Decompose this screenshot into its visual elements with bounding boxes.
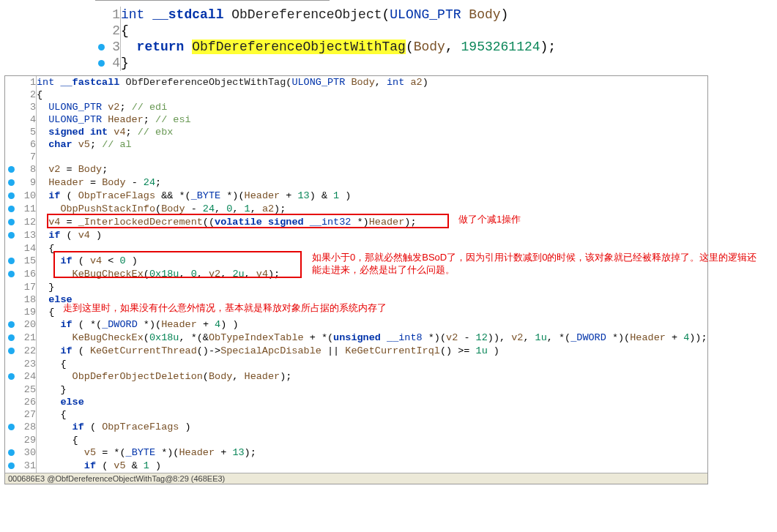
code-line[interactable]: 19 { bbox=[5, 306, 707, 318]
code-line[interactable]: 30 v5 = *(_BYTE *)(Header + 13); bbox=[5, 446, 707, 460]
breakpoint-gutter[interactable] bbox=[5, 229, 17, 242]
breakpoint-gutter[interactable] bbox=[5, 408, 17, 421]
code-line[interactable]: 29 { bbox=[5, 434, 707, 446]
breakpoint-gutter[interactable] bbox=[5, 203, 17, 216]
code-line[interactable]: 2{ bbox=[5, 89, 707, 101]
code-line[interactable]: 12 v4 = _InterlockedDecrement((volatile … bbox=[5, 216, 707, 229]
code-line[interactable]: 2{ bbox=[95, 23, 556, 39]
breakpoint-gutter[interactable] bbox=[5, 113, 17, 126]
code-line[interactable]: 20 if ( *(_DWORD *)(Header + 4) ) bbox=[5, 318, 707, 331]
code-line[interactable]: 27 { bbox=[5, 408, 707, 421]
code-line[interactable]: 18 else bbox=[5, 293, 707, 306]
breakpoint-gutter[interactable] bbox=[5, 126, 17, 138]
breakpoint-gutter[interactable] bbox=[5, 383, 17, 396]
breakpoint-gutter[interactable] bbox=[5, 255, 17, 268]
breakpoint-gutter[interactable] bbox=[5, 268, 17, 281]
code-cell[interactable]: return ObfDereferenceObjectWithTag(Body,… bbox=[121, 39, 557, 55]
code-cell[interactable]: int __stdcall ObDereferenceObject(ULONG_… bbox=[121, 7, 557, 23]
breakpoint-gutter[interactable] bbox=[5, 216, 17, 229]
code-line[interactable]: 10 if ( ObpTraceFlags && *(_BYTE *)(Head… bbox=[5, 190, 707, 203]
code-cell[interactable]: if ( ObpTraceFlags && *(_BYTE *)(Header … bbox=[37, 190, 707, 203]
breakpoint-gutter[interactable] bbox=[5, 396, 17, 408]
breakpoint-gutter[interactable] bbox=[5, 176, 17, 190]
code-line[interactable]: 16 KeBugCheckEx(0x18u, 0, v2, 2u, v4); bbox=[5, 268, 707, 281]
code-line[interactable]: 4 ULONG_PTR Header; // esi bbox=[5, 113, 707, 126]
breakpoint-gutter[interactable] bbox=[5, 358, 17, 370]
code-line[interactable]: 4} bbox=[95, 55, 556, 71]
breakpoint-gutter[interactable] bbox=[95, 39, 107, 55]
breakpoint-gutter[interactable] bbox=[95, 7, 107, 23]
breakpoint-gutter[interactable] bbox=[5, 89, 17, 101]
code-cell[interactable]: { bbox=[121, 23, 557, 39]
code-cell[interactable]: if ( KeGetCurrentThread()->SpecialApcDis… bbox=[37, 345, 707, 358]
code-line[interactable]: 26 else bbox=[5, 396, 707, 408]
code-cell[interactable]: ULONG_PTR v2; // edi bbox=[37, 101, 707, 113]
code-line[interactable]: 24 ObpDeferObjectDeletion(Body, Header); bbox=[5, 370, 707, 383]
breakpoint-gutter[interactable] bbox=[5, 306, 17, 318]
code-cell[interactable]: Header = Body - 24; bbox=[37, 176, 707, 190]
breakpoint-gutter[interactable] bbox=[95, 23, 107, 39]
breakpoint-gutter[interactable] bbox=[5, 331, 17, 345]
code-cell[interactable]: { bbox=[37, 242, 707, 255]
breakpoint-gutter[interactable] bbox=[5, 101, 17, 113]
code-cell[interactable]: int __fastcall ObfDereferenceObjectWithT… bbox=[37, 76, 707, 89]
code-cell[interactable]: { bbox=[37, 306, 707, 318]
breakpoint-gutter[interactable] bbox=[5, 281, 17, 293]
code-line[interactable]: 8 v2 = Body; bbox=[5, 163, 707, 176]
breakpoint-gutter[interactable] bbox=[5, 460, 17, 473]
code-cell[interactable]: ObpPushStackInfo(Body - 24, 0, 1, a2); bbox=[37, 203, 707, 216]
code-cell[interactable]: } bbox=[37, 383, 707, 396]
breakpoint-gutter[interactable] bbox=[5, 318, 17, 331]
code-cell[interactable]: } bbox=[37, 281, 707, 293]
code-line[interactable]: 25 } bbox=[5, 383, 707, 396]
code-line[interactable]: 17 } bbox=[5, 281, 707, 293]
code-cell[interactable]: else bbox=[37, 396, 707, 408]
breakpoint-gutter[interactable] bbox=[5, 242, 17, 255]
code-line[interactable]: 23 { bbox=[5, 358, 707, 370]
code-cell[interactable]: ObpDeferObjectDeletion(Body, Header); bbox=[37, 370, 707, 383]
code-cell[interactable]: char v5; // al bbox=[37, 138, 707, 151]
breakpoint-gutter[interactable] bbox=[5, 190, 17, 203]
code-line[interactable]: 13 if ( v4 ) bbox=[5, 229, 707, 242]
code-line[interactable]: 5 signed int v4; // ebx bbox=[5, 126, 707, 138]
code-cell[interactable]: if ( v4 < 0 ) bbox=[37, 255, 707, 268]
code-line[interactable]: 7 bbox=[5, 151, 707, 163]
code-cell[interactable]: { bbox=[37, 89, 707, 101]
code-cell[interactable] bbox=[37, 151, 707, 163]
breakpoint-gutter[interactable] bbox=[5, 421, 17, 434]
code-line[interactable]: 1int __fastcall ObfDereferenceObjectWith… bbox=[5, 76, 707, 89]
code-line[interactable]: 11 ObpPushStackInfo(Body - 24, 0, 1, a2)… bbox=[5, 203, 707, 216]
code-line[interactable]: 31 if ( v5 & 1 ) bbox=[5, 460, 707, 473]
code-cell[interactable]: KeBugCheckEx(0x18u, 0, v2, 2u, v4); bbox=[37, 268, 707, 281]
code-line[interactable]: 9 Header = Body - 24; bbox=[5, 176, 707, 190]
code-cell[interactable]: if ( v4 ) bbox=[37, 229, 707, 242]
code-line[interactable]: 6 char v5; // al bbox=[5, 138, 707, 151]
code-line[interactable]: 21 KeBugCheckEx(0x18u, *(&ObTypeIndexTab… bbox=[5, 331, 707, 345]
code-cell[interactable]: { bbox=[37, 434, 707, 446]
breakpoint-gutter[interactable] bbox=[5, 163, 17, 176]
code-line[interactable]: 3 return ObfDereferenceObjectWithTag(Bod… bbox=[95, 39, 556, 55]
breakpoint-gutter[interactable] bbox=[95, 55, 107, 71]
breakpoint-gutter[interactable] bbox=[5, 370, 17, 383]
breakpoint-gutter[interactable] bbox=[5, 138, 17, 151]
code-cell[interactable]: if ( ObpTraceFlags ) bbox=[37, 421, 707, 434]
breakpoint-gutter[interactable] bbox=[5, 293, 17, 306]
code-cell[interactable]: KeBugCheckEx(0x18u, *(&ObTypeIndexTable … bbox=[37, 331, 707, 345]
code-line[interactable]: 14 { bbox=[5, 242, 707, 255]
code-cell[interactable]: v4 = _InterlockedDecrement((volatile sig… bbox=[37, 216, 707, 229]
code-cell[interactable]: if ( v5 & 1 ) bbox=[37, 460, 707, 473]
code-cell[interactable]: } bbox=[121, 55, 557, 71]
code-cell[interactable]: v2 = Body; bbox=[37, 163, 707, 176]
breakpoint-gutter[interactable] bbox=[5, 151, 17, 163]
code-cell[interactable]: else bbox=[37, 293, 707, 306]
code-cell[interactable]: signed int v4; // ebx bbox=[37, 126, 707, 138]
code-line[interactable]: 1int __stdcall ObDereferenceObject(ULONG… bbox=[95, 7, 556, 23]
breakpoint-gutter[interactable] bbox=[5, 446, 17, 460]
code-cell[interactable]: if ( *(_DWORD *)(Header + 4) ) bbox=[37, 318, 707, 331]
code-line[interactable]: 15 if ( v4 < 0 ) bbox=[5, 255, 707, 268]
code-cell[interactable]: { bbox=[37, 408, 707, 421]
code-line[interactable]: 3 ULONG_PTR v2; // edi bbox=[5, 101, 707, 113]
breakpoint-gutter[interactable] bbox=[5, 76, 17, 89]
breakpoint-gutter[interactable] bbox=[5, 345, 17, 358]
code-cell[interactable]: { bbox=[37, 358, 707, 370]
